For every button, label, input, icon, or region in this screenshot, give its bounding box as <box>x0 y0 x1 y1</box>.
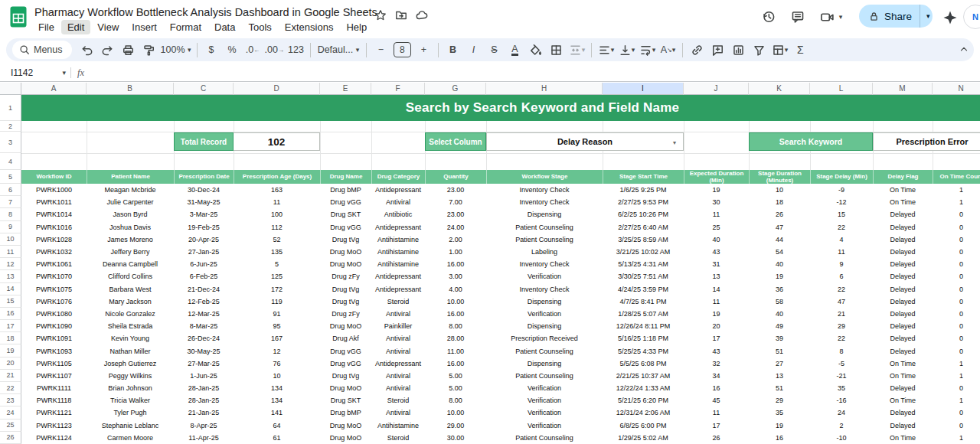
cell[interactable]: 19 <box>749 420 810 432</box>
cell[interactable]: 40 <box>684 233 749 246</box>
cell[interactable]: 30 <box>684 196 749 208</box>
cell[interactable]: Antidepressant <box>371 283 425 295</box>
cell[interactable]: Verification <box>486 406 603 419</box>
table-header-cell[interactable]: Stage Start Time <box>603 170 684 184</box>
cell[interactable]: -5 <box>810 357 873 370</box>
column-header-I[interactable]: I <box>603 83 684 95</box>
row-number[interactable]: 1 <box>0 95 21 121</box>
cell[interactable]: 40 <box>749 258 810 270</box>
cell[interactable]: 26 <box>749 208 810 220</box>
cell[interactable]: Nicole Gonzalez <box>87 308 174 320</box>
column-header-F[interactable]: F <box>371 83 425 95</box>
menu-edit[interactable]: Edit <box>61 20 90 34</box>
strikethrough-button[interactable]: S <box>484 41 505 59</box>
cell[interactable]: Jeffery Berry <box>87 246 174 258</box>
cell[interactable]: PWRK1028 <box>21 233 87 246</box>
cell[interactable]: 24.00 <box>425 221 486 233</box>
cell[interactable]: Verification <box>486 308 603 320</box>
cell[interactable]: 8.00 <box>425 394 486 406</box>
cell[interactable]: Drug MoO <box>320 420 371 432</box>
font-size-input[interactable]: 8 <box>394 42 411 57</box>
cell[interactable]: 14 <box>684 283 749 295</box>
row-number[interactable]: 17 <box>0 320 21 332</box>
text-rotation-button[interactable]: A↘▾ <box>658 41 678 59</box>
cell[interactable]: Jason Byrd <box>87 208 174 220</box>
cell[interactable]: 4/24/25 3:59 PM <box>603 283 684 295</box>
cell[interactable]: On Time <box>873 196 933 208</box>
cell[interactable]: 1/6/25 9:25 PM <box>603 184 684 196</box>
cell[interactable]: 172 <box>234 283 320 295</box>
cell[interactable]: -10 <box>810 432 873 444</box>
row-number[interactable]: 7 <box>0 196 21 208</box>
dropdown-caret-icon[interactable]: ▾ <box>673 139 676 146</box>
menu-extensions[interactable]: Extensions <box>279 20 340 34</box>
increase-decimals-button[interactable]: .00→ <box>263 41 286 59</box>
insert-link-button[interactable] <box>687 41 707 59</box>
cell[interactable]: 134 <box>234 394 320 406</box>
cell[interactable]: 21-Jan-25 <box>174 406 234 419</box>
toolbar-search-menus[interactable]: Menus <box>12 41 72 59</box>
cell[interactable]: 112 <box>234 221 320 233</box>
cell[interactable]: Steroid <box>371 295 425 308</box>
cell[interactable]: Mary Jackson <box>87 295 174 308</box>
row-number[interactable]: 4 <box>0 153 21 170</box>
table-header-cell[interactable]: Patient Name <box>87 170 174 184</box>
select-all-corner[interactable] <box>0 83 21 95</box>
share-dropdown-caret-icon[interactable]: ▾ <box>926 13 930 20</box>
cell[interactable]: Antiviral <box>371 406 425 419</box>
cell[interactable]: PWRK1118 <box>21 394 87 406</box>
cell[interactable]: PWRK1014 <box>21 208 87 220</box>
cell[interactable]: 1 <box>933 370 980 382</box>
cell[interactable]: Delayed <box>873 233 933 246</box>
cell[interactable]: Patient Counseling <box>486 370 603 382</box>
cell[interactable]: 22 <box>810 221 873 233</box>
cell[interactable]: 35 <box>749 406 810 419</box>
name-box[interactable]: I1142 ▾ <box>0 67 66 78</box>
cell[interactable]: Antiviral <box>371 332 425 344</box>
cell[interactable]: Patient Counseling <box>486 233 603 246</box>
cell[interactable]: 5 <box>234 258 320 270</box>
cell[interactable]: PWRK1111 <box>21 382 87 394</box>
cell[interactable]: 12/31/24 2:06 AM <box>603 406 684 419</box>
print-button[interactable] <box>118 41 139 59</box>
table-header-cell[interactable]: Expected Duration (Min) <box>684 170 749 184</box>
create-filter-button[interactable] <box>749 41 769 59</box>
cell[interactable]: 0 <box>933 233 980 246</box>
cell[interactable]: 135 <box>234 246 320 258</box>
italic-button[interactable]: I <box>463 41 484 59</box>
cell[interactable]: 20 <box>684 320 749 332</box>
cell[interactable]: 163 <box>234 184 320 196</box>
cell[interactable]: Antidepressant <box>371 221 425 233</box>
cell[interactable]: 26-Dec-24 <box>174 332 234 344</box>
cell[interactable]: 58 <box>749 295 810 308</box>
table-header-cell[interactable]: Drug Category <box>371 170 425 184</box>
cell[interactable]: 2/27/25 9:53 PM <box>603 196 684 208</box>
font-select[interactable]: Defaul... ▾ <box>315 41 362 59</box>
cell[interactable]: Antiviral <box>371 344 425 357</box>
cell[interactable]: Drug tVg <box>320 233 371 246</box>
cell[interactable]: 61 <box>234 432 320 444</box>
cell[interactable]: 10.00 <box>425 295 486 308</box>
cell[interactable]: 11.00 <box>425 344 486 357</box>
cell[interactable]: PWRK1075 <box>21 283 87 295</box>
cell[interactable]: 11 <box>810 246 873 258</box>
cell[interactable]: 13 <box>749 370 810 382</box>
cell[interactable]: 19 <box>749 270 810 282</box>
cell[interactable]: Drug MoO <box>320 432 371 444</box>
cell[interactable]: Delayed <box>873 270 933 282</box>
bold-button[interactable]: B <box>443 41 463 59</box>
cell[interactable]: 30.00 <box>425 432 486 444</box>
search-keyword-input[interactable]: Prescription Error <box>873 132 980 151</box>
table-header-cell[interactable]: Prescription Date <box>174 170 234 184</box>
total-record-value[interactable]: 102 <box>234 132 320 151</box>
fill-color-button[interactable] <box>525 41 546 59</box>
cell[interactable]: Drug SKT <box>320 394 371 406</box>
insert-chart-button[interactable] <box>728 41 749 59</box>
camera-dropdown-caret-icon[interactable]: ▾ <box>836 8 845 25</box>
cell[interactable]: Deanna Campbell <box>87 258 174 270</box>
cell[interactable]: Dispensing <box>486 320 603 332</box>
cell[interactable]: 0 <box>933 295 980 308</box>
cell[interactable]: 27-Jan-25 <box>174 246 234 258</box>
cell[interactable]: 0 <box>933 258 980 270</box>
cell[interactable]: Delayed <box>873 221 933 233</box>
